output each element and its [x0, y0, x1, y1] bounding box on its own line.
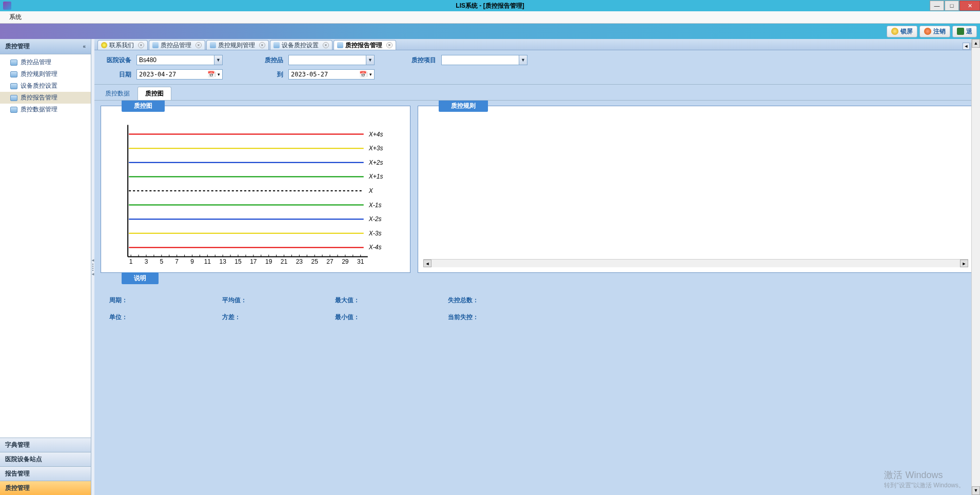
sidebar-item-qc-report[interactable]: 质控报告管理	[0, 92, 91, 104]
date-from-input[interactable]: 2023-04-27📅▾	[136, 69, 223, 80]
exit-button[interactable]: 退	[952, 26, 977, 37]
sidebar-header[interactable]: 质控管理 «	[0, 39, 91, 54]
close-icon[interactable]: ×	[138, 42, 144, 48]
window-titlebar: LIS系统 - [质控报告管理] — □ ✕	[0, 0, 980, 11]
qc-label: 质控品	[253, 56, 283, 65]
maximize-button[interactable]: □	[945, 1, 959, 11]
chart-groupbox: 质控图 X+4sX+3sX+2sX+1sXX-1sX-2sX-3sX-4s135…	[101, 106, 410, 273]
tab-contact[interactable]: 联系我们×	[97, 40, 148, 50]
tab-qc-rule[interactable]: 质控规则管理×	[206, 40, 269, 50]
sidebar-section-hospital[interactable]: 医院设备站点	[0, 452, 91, 466]
svg-text:13: 13	[219, 258, 226, 265]
minimize-button[interactable]: —	[930, 1, 944, 11]
sidebar-section-report[interactable]: 报告管理	[0, 466, 91, 481]
sub-tabs: 质控数据 质控图	[94, 85, 980, 101]
info-mean: 平均值：	[222, 296, 304, 305]
sidebar-item-qc-rule[interactable]: 质控规则管理	[0, 68, 91, 80]
sidebar-item-device-qc[interactable]: 设备质控设置	[0, 80, 91, 92]
svg-text:21: 21	[281, 258, 288, 265]
window-title: LIS系统 - [质控报告管理]	[456, 2, 524, 10]
project-combo[interactable]: ▼	[441, 55, 527, 65]
sidebar-section-qc[interactable]: 质控管理	[0, 481, 91, 495]
svg-text:3: 3	[145, 258, 148, 265]
subtab-chart[interactable]: 质控图	[138, 87, 171, 100]
app-icon	[3, 2, 11, 10]
chart-group-title: 质控图	[122, 101, 165, 112]
svg-text:X: X	[368, 187, 374, 194]
sidebar-section-dict[interactable]: 字典管理	[0, 438, 91, 452]
contact-icon	[101, 42, 107, 48]
folder-icon	[273, 42, 280, 48]
filter-form: 医院设备 Bs480▼ 质控品 ▼ 质控项目 ▼ 日期 2023-04-27📅▾…	[94, 50, 980, 85]
document-tabs: 联系我们× 质控品管理× 质控规则管理× 设备质控设置× 质控报告管理× ◄ ►	[94, 39, 980, 50]
chart-pane: 质控图 X+4sX+3sX+2sX+1sXX-1sX-2sX-3sX-4s135…	[94, 101, 980, 495]
chevron-down-icon[interactable]: ▾	[367, 72, 374, 77]
chevron-down-icon[interactable]: ▾	[215, 72, 222, 77]
rules-area: ◄ ►	[423, 114, 968, 267]
date-label: 日期	[101, 70, 131, 79]
close-button[interactable]: ✕	[959, 1, 980, 11]
folder-icon	[337, 42, 343, 48]
chevron-down-icon[interactable]: ▼	[214, 55, 222, 65]
tab-scroll-left[interactable]: ◄	[963, 43, 970, 50]
svg-text:5: 5	[160, 258, 163, 265]
svg-text:X-4s: X-4s	[368, 244, 382, 251]
rules-scrollbar[interactable]: ◄ ►	[423, 259, 968, 267]
menu-system[interactable]: 系统	[4, 11, 27, 24]
close-icon[interactable]: ×	[323, 42, 329, 48]
sidebar: 质控管理 « 质控品管理 质控规则管理 设备质控设置 质控报告管理 质控数据管理…	[0, 39, 91, 495]
sidebar-item-qc-product[interactable]: 质控品管理	[0, 56, 91, 68]
sidebar-item-qc-data[interactable]: 质控数据管理	[0, 104, 91, 115]
svg-text:X+3s: X+3s	[368, 145, 383, 152]
project-label: 质控项目	[406, 56, 436, 65]
tab-device-qc[interactable]: 设备质控设置×	[270, 40, 332, 50]
folder-icon	[10, 107, 17, 113]
chevron-down-icon[interactable]: ▼	[519, 55, 527, 65]
date-to-input[interactable]: 2023-05-27📅▾	[288, 69, 375, 80]
close-icon[interactable]: ×	[386, 42, 393, 48]
logout-button[interactable]: 注销	[919, 26, 950, 37]
svg-text:X+1s: X+1s	[368, 173, 383, 180]
logout-icon	[924, 28, 931, 35]
info-groupbox: 说明 周期： 平均值： 最大值： 失控总数： 单位： 方差： 最小值： 当前失控…	[101, 278, 974, 490]
scroll-up-icon[interactable]: ▲	[972, 39, 980, 48]
lock-icon	[891, 28, 898, 35]
svg-text:X-3s: X-3s	[368, 230, 382, 237]
folder-icon	[10, 95, 17, 101]
svg-text:15: 15	[234, 258, 242, 265]
info-min: 最小值：	[335, 313, 417, 322]
toolbar: 锁屏 注销 退	[0, 24, 980, 39]
folder-icon	[10, 60, 17, 66]
svg-text:17: 17	[250, 258, 257, 265]
scroll-down-icon[interactable]: ▼	[972, 486, 980, 495]
rules-group-title: 质控规则	[439, 101, 488, 112]
scroll-right-icon[interactable]: ►	[960, 260, 968, 267]
qc-combo[interactable]: ▼	[288, 55, 375, 65]
chevron-down-icon[interactable]: ▼	[366, 55, 374, 65]
info-unit: 单位：	[109, 313, 191, 322]
subtab-data[interactable]: 质控数据	[97, 87, 138, 100]
close-icon[interactable]: ×	[195, 42, 202, 48]
svg-text:31: 31	[357, 258, 364, 265]
calendar-icon[interactable]: 📅	[359, 71, 367, 78]
tab-qc-product[interactable]: 质控品管理×	[149, 40, 205, 50]
info-group-title: 说明	[122, 272, 159, 284]
tab-qc-report[interactable]: 质控报告管理×	[334, 40, 396, 50]
close-icon[interactable]: ×	[259, 42, 265, 48]
svg-text:27: 27	[326, 258, 334, 265]
right-scrollbar[interactable]: ▲ ▼	[971, 39, 980, 495]
menu-bar: 系统	[0, 11, 980, 24]
svg-text:29: 29	[342, 258, 349, 265]
lock-button[interactable]: 锁屏	[887, 26, 917, 37]
content-area: 联系我们× 质控品管理× 质控规则管理× 设备质控设置× 质控报告管理× ◄ ►…	[94, 39, 980, 495]
to-label: 到	[253, 70, 283, 79]
svg-text:19: 19	[265, 258, 272, 265]
svg-text:X+4s: X+4s	[368, 131, 383, 138]
rules-groupbox: 质控规则 ◄ ►	[418, 106, 974, 273]
folder-icon	[10, 71, 17, 77]
device-combo[interactable]: Bs480▼	[136, 55, 223, 65]
info-fail-current: 当前失控：	[448, 313, 530, 322]
calendar-icon[interactable]: 📅	[207, 71, 215, 78]
svg-text:1: 1	[129, 258, 133, 265]
scroll-left-icon[interactable]: ◄	[423, 260, 432, 267]
